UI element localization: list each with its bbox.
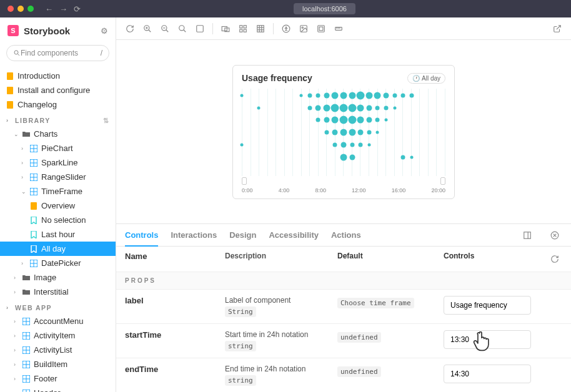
sync-icon[interactable] <box>122 21 137 36</box>
sidebar-story-lasthour[interactable]: Last hour <box>0 227 116 242</box>
sidebar-item-header[interactable]: ›Header <box>0 386 116 392</box>
maximize-window-icon[interactable] <box>27 6 34 12</box>
slider-handle-start[interactable] <box>242 177 247 185</box>
zoom-reset-icon[interactable] <box>175 21 190 36</box>
sidebar: S Storybook ⚙ Find components / Introduc… <box>0 17 116 392</box>
svg-rect-55 <box>257 25 264 32</box>
measure-icon[interactable] <box>331 21 346 36</box>
nav-arrows: ← → ⟳ <box>45 4 81 14</box>
tab-accessibility[interactable]: Accessibility <box>269 225 319 245</box>
sidebar-item-activityitem[interactable]: ›ActivityItem <box>0 328 116 343</box>
panel-orientation-icon[interactable] <box>520 228 535 243</box>
addons-panel: Controls Interactions Design Accessibili… <box>116 223 571 392</box>
section-webapp[interactable]: ›WEB APP <box>0 299 116 314</box>
preview-canvas: Usage frequency 🕐All day 0:004:008:0012:… <box>116 40 571 223</box>
prop-default: undefined <box>337 365 444 377</box>
prop-name: startTime <box>125 330 225 340</box>
slider-handle-end[interactable] <box>440 177 445 185</box>
table-row: startTimeStart time in 24h notationstrin… <box>116 324 571 358</box>
url-bar[interactable]: localhost:6006 <box>294 3 355 14</box>
close-window-icon[interactable] <box>7 6 14 12</box>
table-header: Name Description Default Controls <box>116 247 571 272</box>
svg-rect-52 <box>244 25 246 27</box>
tab-actions[interactable]: Actions <box>331 225 361 245</box>
svg-rect-3 <box>7 87 13 94</box>
sidebar-story-noselection[interactable]: No selection <box>0 213 116 227</box>
grid-dense-icon[interactable] <box>253 21 268 36</box>
close-panel-icon[interactable] <box>547 228 562 243</box>
search-shortcut: / <box>101 49 102 57</box>
prop-control-input[interactable] <box>444 330 531 349</box>
range-slider[interactable] <box>242 179 445 185</box>
svg-point-61 <box>286 27 286 27</box>
sidebar-item-introduction[interactable]: Introduction <box>0 69 116 83</box>
sidebar-item-piechart[interactable]: ›PieChart <box>0 141 116 155</box>
svg-rect-64 <box>318 25 325 32</box>
sidebar-item-interstitial[interactable]: ›Interstitial <box>0 285 116 299</box>
svg-rect-53 <box>240 29 242 32</box>
sidebar-item-changelog[interactable]: Changelog <box>0 97 116 112</box>
prop-desc: Start time in 24h notationstring <box>225 330 337 351</box>
reset-controls-icon[interactable] <box>547 252 562 267</box>
image-icon[interactable] <box>296 21 311 36</box>
prop-desc: End time in 24h notationstring <box>225 365 337 386</box>
svg-rect-4 <box>7 101 13 109</box>
viewport-icon[interactable] <box>218 21 233 36</box>
minimize-window-icon[interactable] <box>17 6 24 12</box>
svg-point-63 <box>302 27 303 28</box>
sidebar-item-image[interactable]: ›Image <box>0 270 116 285</box>
sidebar-item-footer[interactable]: ›Footer <box>0 371 116 386</box>
prop-desc: Label of componentString <box>225 296 337 317</box>
gear-icon[interactable]: ⚙ <box>101 26 108 36</box>
sidebar-story-allday[interactable]: All day <box>0 242 116 256</box>
reload-icon[interactable]: ⟳ <box>74 4 81 14</box>
prop-control-input[interactable] <box>444 365 531 383</box>
svg-point-0 <box>14 51 18 54</box>
section-library[interactable]: ›LIBRARY⇅ <box>0 112 116 127</box>
svg-rect-54 <box>244 29 246 32</box>
app-title: Storybook <box>24 26 96 36</box>
svg-rect-65 <box>319 27 323 31</box>
sidebar-story-overview[interactable]: Overview <box>0 198 116 213</box>
timeframe-badge[interactable]: 🕐All day <box>407 73 445 84</box>
prop-control-input[interactable] <box>444 296 531 315</box>
accessibility-icon[interactable] <box>279 21 294 36</box>
tab-design[interactable]: Design <box>229 225 256 245</box>
tab-interactions[interactable]: Interactions <box>171 225 217 245</box>
sidebar-item-activitylist[interactable]: ›ActivityList <box>0 343 116 357</box>
component-title: Usage frequency <box>242 73 407 83</box>
search-icon <box>13 49 21 57</box>
outline-icon[interactable] <box>314 21 329 36</box>
collapse-icon[interactable]: ⇅ <box>103 117 110 124</box>
svg-rect-51 <box>240 25 242 27</box>
timeframe-component: Usage frequency 🕐All day 0:004:008:0012:… <box>232 65 455 199</box>
sidebar-item-builditem[interactable]: ›BuildItem <box>0 357 116 371</box>
sidebar-item-sparkline[interactable]: ›SparkLine <box>0 155 116 170</box>
storybook-logo-icon: S <box>7 25 19 36</box>
svg-line-47 <box>184 29 186 32</box>
prop-name: label <box>125 296 225 305</box>
sidebar-item-timeframe[interactable]: ⌄TimeFrame <box>0 184 116 198</box>
svg-rect-17 <box>31 202 37 210</box>
sidebar-item-datepicker[interactable]: ›DatePicker <box>0 256 116 270</box>
clock-icon: 🕐 <box>412 75 420 82</box>
tab-controls[interactable]: Controls <box>125 225 158 247</box>
background-icon[interactable] <box>192 21 207 36</box>
sidebar-item-accountmenu[interactable]: ›AccountMenu <box>0 314 116 328</box>
sidebar-item-install[interactable]: Install and configure <box>0 83 116 97</box>
search-input[interactable]: Find components / <box>6 45 109 61</box>
prop-default: Choose time frame <box>337 296 444 308</box>
zoom-out-icon[interactable] <box>157 21 172 36</box>
sidebar-item-rangeslider[interactable]: ›RangeSlider <box>0 170 116 184</box>
sidebar-item-charts[interactable]: ⌄Charts <box>0 127 116 141</box>
browser-chrome: ← → ⟳ localhost:6006 <box>0 0 571 17</box>
back-icon[interactable]: ← <box>45 4 53 14</box>
zoom-in-icon[interactable] <box>140 21 155 36</box>
open-external-icon[interactable] <box>550 21 565 36</box>
forward-icon[interactable]: → <box>59 4 67 14</box>
addon-tabs: Controls Interactions Design Accessibili… <box>116 224 571 247</box>
svg-rect-2 <box>7 72 13 80</box>
search-placeholder: Find components <box>21 49 101 57</box>
prop-default: undefined <box>337 330 444 343</box>
grid-icon[interactable] <box>236 21 251 36</box>
